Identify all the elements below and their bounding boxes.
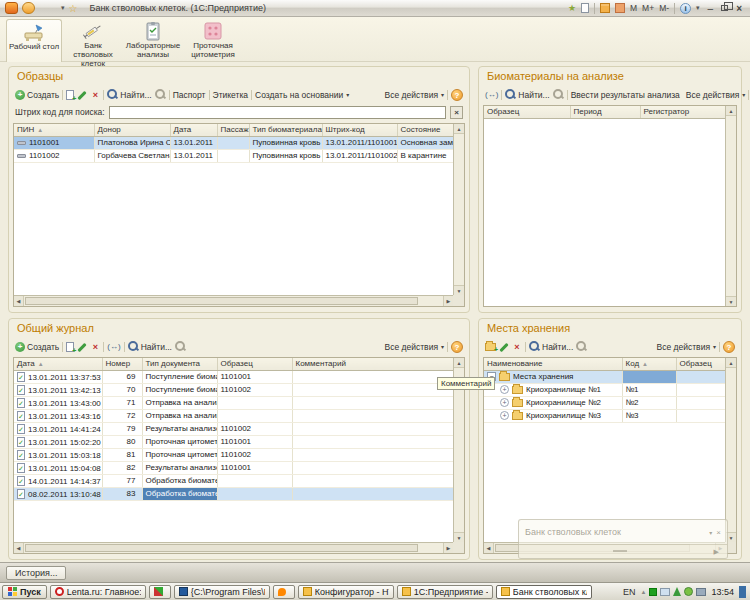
sample-row[interactable]: 1101001Платонова Ирина Се...13.01.2011Пу… [14,136,453,149]
all-actions-button[interactable]: Все действия▾ [385,90,444,100]
help-icon[interactable] [723,341,735,353]
copy-button[interactable] [66,342,74,352]
column-header[interactable]: Донор [94,124,170,136]
vertical-scrollbar[interactable]: ▲▼ [725,358,736,542]
scroll-up-icon[interactable]: ▲ [454,358,464,368]
all-actions-button[interactable]: Все действия▾ [385,342,444,352]
tab-lab-analyses[interactable]: Лабораторные анализы [124,19,182,62]
scroll-left-icon[interactable]: ◀ [14,543,24,553]
info-icon[interactable]: i [680,3,691,14]
enter-results-button[interactable]: Ввести результаты анализа [571,90,680,100]
scroll-left-icon[interactable]: ◀ [484,543,494,553]
column-header[interactable]: Образец [484,106,570,118]
expand-icon[interactable]: + [500,398,509,407]
create-based-on-button[interactable]: Создать на основании▾ [255,90,349,100]
horizontal-scrollbar[interactable]: ◀▶ [14,542,453,553]
expand-icon[interactable]: + [500,411,509,420]
column-header[interactable]: Дата [170,124,217,136]
column-header[interactable]: Регистратор [640,106,725,118]
delete-button[interactable]: × [90,90,100,100]
journal-row[interactable]: 13.01.2011 13:43:1672Отправка на анализ [14,409,453,422]
column-header[interactable]: Образец [676,358,725,370]
barcode-search-input[interactable] [109,106,446,119]
scrollbar-thumb[interactable] [25,297,418,305]
memory-button[interactable]: M [630,3,637,13]
calendar-icon[interactable] [615,3,625,13]
journal-row[interactable]: 08.02.2011 13:10:4883Обработка биоматер.… [14,487,453,500]
sticker-button[interactable]: Этикетка [213,90,249,100]
column-header[interactable]: Образец [217,358,292,370]
set-period-button[interactable]: (↔) [107,342,120,351]
memory-plus-button[interactable]: M+ [642,3,654,13]
find-button[interactable]: Найти... [128,341,172,352]
main-menu-button[interactable] [22,2,35,14]
column-header[interactable]: Пассаж [217,124,249,136]
storage-tree-row[interactable]: −Места хранения [484,370,725,383]
storage-tree-row[interactable]: +Криохранилище №1№1 [484,383,725,396]
tab-desktop[interactable]: Рабочий стол [6,19,62,62]
column-header[interactable]: Тип биоматериала [249,124,322,136]
journal-row[interactable]: 13.01.2011 15:02:2080Проточная цитометри… [14,435,453,448]
info-dropdown-icon[interactable]: ▾ [696,4,700,12]
tray-icon[interactable] [649,588,657,596]
column-header[interactable]: Комментарий [292,358,453,370]
taskbar-task[interactable]: Lenta.ru: Главное: - Op... [50,585,146,599]
scroll-down-icon[interactable]: ▼ [726,296,736,306]
find-button[interactable]: Найти... [529,341,573,352]
taskbar-task[interactable]: Конфигуратор - НТК - [... [298,585,394,599]
column-header[interactable]: Штрих-код [322,124,397,136]
taskbar-task[interactable] [273,585,295,599]
tray-antivirus-icon[interactable] [673,587,681,596]
scrollbar-thumb[interactable] [25,544,418,552]
scroll-up-icon[interactable]: ▲ [454,124,464,134]
tray-display-icon[interactable] [696,588,706,596]
calculator-icon[interactable] [600,3,610,13]
taskbar-task[interactable]: Банк стволовых кле... [496,585,592,599]
tab-stem-cell-bank[interactable]: Банк стволовых клеток [64,19,122,62]
journal-row[interactable]: 13.01.2011 15:04:0882Результаты анализов… [14,461,453,474]
tray-folder-icon[interactable] [660,588,670,596]
column-header[interactable]: Наименование [484,358,622,370]
app-icon[interactable] [5,2,18,14]
column-header[interactable]: Номер [102,358,142,370]
storage-tree-row[interactable]: +Криохранилище №2№2 [484,396,725,409]
scroll-right-icon[interactable]: ▶ [443,543,453,553]
clear-find-button[interactable] [175,341,186,352]
all-actions-button[interactable]: Все действия▾ [686,90,745,100]
storage-tree-row[interactable]: +Криохранилище №3№3 [484,409,725,422]
scroll-down-icon[interactable]: ▼ [454,532,464,542]
taskbar-task[interactable]: {C:\Program Files\Far2} ... [174,585,270,599]
column-header[interactable]: Код▲ [622,358,676,370]
clear-input-button[interactable]: × [450,106,463,119]
column-header[interactable]: Состояние [397,124,453,136]
vertical-scrollbar[interactable]: ▲▼ [725,106,736,306]
journal-row[interactable]: 13.01.2011 13:43:0071Отправка на анализ [14,396,453,409]
scroll-up-icon[interactable]: ▲ [726,358,736,368]
taskbar-task[interactable]: 1С:Предприятие - НТК [397,585,493,599]
journal-row[interactable]: 13.01.2011 15:03:1881Проточная цитометри… [14,448,453,461]
column-header[interactable]: ПИН▲ [14,124,94,136]
sample-row[interactable]: 1101002Горбачева Светлана ...13.01.2011П… [14,149,453,162]
scroll-right-icon[interactable]: ▶ [443,296,453,306]
memory-minus-button[interactable]: M- [659,3,669,13]
start-button[interactable]: Пуск [2,585,47,599]
copy-button[interactable] [66,90,74,100]
find-button[interactable]: Найти... [505,89,549,100]
passport-button[interactable]: Паспорт [173,90,206,100]
create-button[interactable]: Создать [15,90,59,100]
vertical-scrollbar[interactable]: ▲▼ [453,124,464,295]
edit-button[interactable] [499,342,509,352]
tray-expand-icon[interactable]: ▲ [641,589,647,595]
column-header[interactable]: Дата▲ [14,358,102,370]
horizontal-scrollbar[interactable]: ◀▶ [14,295,453,306]
tray-status-icon[interactable] [684,587,693,596]
minimize-button[interactable]: – [705,3,717,14]
restore-button[interactable] [721,5,728,11]
expand-icon[interactable]: + [500,385,509,394]
delete-button[interactable]: × [90,342,100,352]
delete-button[interactable]: × [512,342,522,352]
new-window-icon[interactable] [581,3,589,13]
journal-row[interactable]: 13.01.2011 14:41:2479Результаты анализов… [14,422,453,435]
scroll-down-icon[interactable]: ▼ [454,285,464,295]
clear-find-button[interactable] [155,89,166,100]
